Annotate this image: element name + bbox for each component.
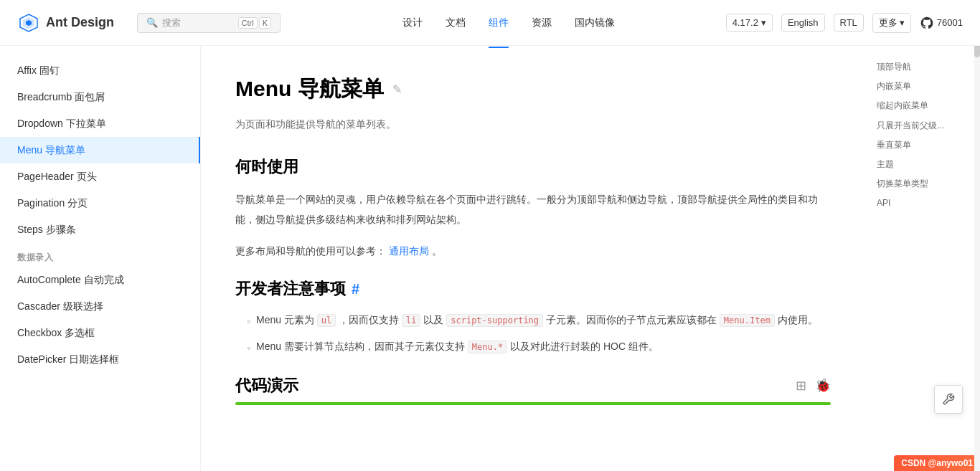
float-action-button[interactable] bbox=[934, 385, 963, 414]
code-script-supporting: script-supporting bbox=[446, 314, 543, 327]
page-description: 为页面和功能提供导航的菜单列表。 bbox=[235, 115, 831, 133]
main-nav: 设计 文档 组件 资源 国内镜像 bbox=[292, 14, 726, 32]
sidebar-item-dropdown[interactable]: Dropdown 下拉菜单 bbox=[0, 110, 200, 137]
github-button[interactable]: 76001 bbox=[920, 16, 963, 30]
toc-theme[interactable]: 主题 bbox=[877, 155, 969, 174]
rtl-button[interactable]: RTL bbox=[834, 14, 864, 32]
sidebar-item-datepicker[interactable]: DatePicker 日期选择框 bbox=[0, 346, 200, 373]
nav-mirror[interactable]: 国内镜像 bbox=[575, 14, 615, 32]
search-shortcut: Ctrl K bbox=[238, 17, 271, 29]
sidebar-item-pagination[interactable]: Pagination 分页 bbox=[0, 190, 200, 217]
nav-docs[interactable]: 文档 bbox=[446, 14, 466, 32]
chevron-down-icon: ▾ bbox=[900, 17, 905, 28]
sidebar-item-pageheader[interactable]: PageHeader 页头 bbox=[0, 163, 200, 190]
language-button[interactable]: English bbox=[781, 14, 825, 32]
window-scrollbar[interactable] bbox=[974, 0, 980, 471]
toc-switch-type[interactable]: 切换菜单类型 bbox=[877, 174, 969, 194]
sidebar: Affix 固钉 Breadcrumb 面包屑 Dropdown 下拉菜单 Me… bbox=[0, 46, 201, 471]
dev-note-2: ◦ Menu 需要计算节点结构，因而其子元素仅支持 Menu.* 以及对此进行封… bbox=[247, 338, 831, 357]
when-to-use-title: 何时使用 bbox=[235, 156, 831, 178]
expand-icon[interactable]: ⊞ bbox=[796, 378, 806, 394]
code-menu-wildcard: Menu.* bbox=[468, 341, 507, 353]
version-selector[interactable]: 4.17.2 ▾ bbox=[726, 14, 773, 32]
right-toc: 顶部导航 内嵌菜单 缩起内嵌菜单 只展开当前父级... 垂直菜单 主题 切换菜单… bbox=[865, 46, 980, 225]
github-icon bbox=[920, 16, 934, 30]
github-count: 76001 bbox=[937, 17, 963, 28]
toc-api[interactable]: API bbox=[877, 194, 969, 213]
hash-icon[interactable]: # bbox=[352, 281, 359, 298]
toc-collapsed-inline[interactable]: 缩起内嵌菜单 bbox=[877, 96, 969, 115]
demo-section-header: 代码演示 ⊞ 🐞 bbox=[235, 375, 831, 396]
sidebar-item-autocomplete[interactable]: AutoComplete 自动完成 bbox=[0, 267, 200, 293]
sidebar-item-breadcrumb[interactable]: Breadcrumb 面包屑 bbox=[0, 84, 200, 110]
main-content: Menu 导航菜单 ✎ 为页面和功能提供导航的菜单列表。 何时使用 导航菜单是一… bbox=[201, 46, 865, 471]
sidebar-item-cascader[interactable]: Cascader 级联选择 bbox=[0, 293, 200, 320]
edit-icon[interactable]: ✎ bbox=[392, 82, 402, 96]
bullet-dot: ◦ bbox=[247, 313, 250, 330]
dev-notes-list: ◦ Menu 元素为 ul ，因而仅支持 li 以及 script-suppor… bbox=[247, 311, 831, 357]
tool-icon bbox=[942, 393, 955, 406]
page-layout: Affix 固钉 Breadcrumb 面包屑 Dropdown 下拉菜单 Me… bbox=[0, 46, 980, 471]
csdn-badge: CSDN @anywo01 bbox=[894, 455, 980, 471]
code-ul: ul bbox=[317, 314, 336, 327]
copy-icon[interactable]: 🐞 bbox=[815, 378, 831, 394]
demo-title: 代码演示 bbox=[235, 375, 298, 396]
sidebar-item-affix[interactable]: Affix 固钉 bbox=[0, 57, 200, 84]
nav-components[interactable]: 组件 bbox=[489, 14, 509, 32]
dev-note-1: ◦ Menu 元素为 ul ，因而仅支持 li 以及 script-suppor… bbox=[247, 311, 831, 330]
search-icon: 🔍 bbox=[146, 17, 158, 28]
demo-progress-bar bbox=[235, 402, 831, 405]
logo-text: Ant Design bbox=[46, 15, 114, 30]
page-title: Menu 导航菜单 bbox=[235, 75, 384, 104]
layout-link[interactable]: 通用布局 bbox=[389, 245, 429, 257]
more-button[interactable]: 更多 ▾ bbox=[872, 13, 911, 33]
more-layouts-text: 更多布局和导航的使用可以参考： 通用布局 。 bbox=[235, 241, 831, 261]
logo[interactable]: Ant Design bbox=[17, 11, 114, 34]
bullet-dot-2: ◦ bbox=[247, 339, 250, 357]
demo-icons: ⊞ 🐞 bbox=[796, 378, 831, 394]
code-menu-item: Menu.Item bbox=[720, 314, 775, 327]
search-placeholder: 搜索 bbox=[162, 16, 234, 29]
search-bar[interactable]: 🔍 搜索 Ctrl K bbox=[137, 13, 281, 33]
toc-top-nav[interactable]: 顶部导航 bbox=[877, 57, 969, 77]
sidebar-category-data-entry: 数据录入 bbox=[0, 243, 200, 267]
sidebar-item-checkbox[interactable]: Checkbox 多选框 bbox=[0, 320, 200, 346]
page-title-container: Menu 导航菜单 ✎ bbox=[235, 75, 831, 104]
nav-resources[interactable]: 资源 bbox=[532, 14, 552, 32]
ant-design-logo-icon bbox=[17, 11, 40, 34]
toc-vertical-menu[interactable]: 垂直菜单 bbox=[877, 135, 969, 155]
dev-notes-title: 开发者注意事项 bbox=[235, 278, 346, 300]
sidebar-item-menu[interactable]: Menu 导航菜单 bbox=[0, 137, 200, 163]
nav-design[interactable]: 设计 bbox=[402, 14, 423, 32]
header-right: 4.17.2 ▾ English RTL 更多 ▾ 76001 bbox=[726, 13, 963, 33]
code-li: li bbox=[402, 314, 420, 327]
dev-notes-title-container: 开发者注意事项 # bbox=[235, 278, 831, 300]
header: Ant Design 🔍 搜索 Ctrl K 设计 文档 组件 资源 国内镜像 … bbox=[0, 0, 980, 46]
sidebar-item-steps[interactable]: Steps 步骤条 bbox=[0, 217, 200, 243]
toc-inline-menu[interactable]: 内嵌菜单 bbox=[877, 77, 969, 96]
chevron-down-icon: ▾ bbox=[761, 17, 766, 28]
when-to-use-content: 导航菜单是一个网站的灵魂，用户依赖导航在各个页面中进行跳转。一般分为顶部导航和侧… bbox=[235, 189, 831, 229]
toc-only-current[interactable]: 只展开当前父级... bbox=[877, 116, 969, 135]
